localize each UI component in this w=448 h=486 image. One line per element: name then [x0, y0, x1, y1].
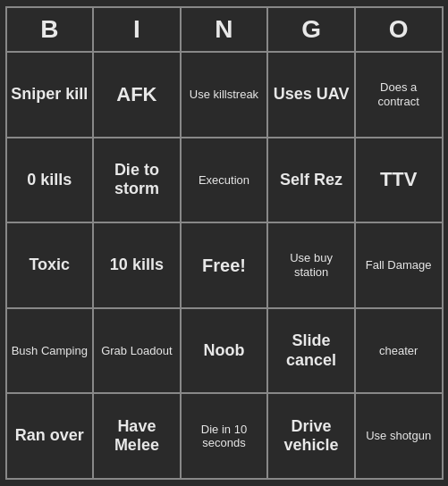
cell-0-4[interactable]: Does a contract — [356, 53, 442, 137]
cell-4-0[interactable]: Ran over — [7, 394, 95, 478]
cell-3-2[interactable]: Noob — [182, 309, 269, 393]
bingo-row: Ran overHave MeleeDie in 10 secondsDrive… — [7, 394, 442, 478]
cell-3-0[interactable]: Bush Camping — [7, 309, 95, 393]
cell-0-1[interactable]: AFK — [94, 53, 182, 137]
header-letter: B — [7, 8, 95, 51]
cell-4-3[interactable]: Drive vehicle — [268, 394, 356, 478]
cell-2-4[interactable]: Fall Damage — [356, 223, 442, 307]
cell-1-0[interactable]: 0 kills — [7, 138, 95, 222]
bingo-row: Bush CampingGrab LoadoutNoobSlide cancel… — [7, 309, 442, 395]
bingo-grid: Sniper killAFKUse killstreakUses UAVDoes… — [7, 53, 442, 478]
cell-0-0[interactable]: Sniper kill — [7, 53, 95, 137]
bingo-row: 0 killsDie to stormExecutionSelf RezTTV — [7, 138, 442, 224]
bingo-header: BINGO — [7, 8, 442, 53]
cell-4-2[interactable]: Die in 10 seconds — [182, 394, 269, 478]
header-letter: G — [268, 8, 356, 51]
cell-2-3[interactable]: Use buy station — [268, 223, 356, 307]
cell-4-1[interactable]: Have Melee — [94, 394, 182, 478]
cell-2-1[interactable]: 10 kills — [94, 223, 182, 307]
cell-3-4[interactable]: cheater — [356, 309, 442, 393]
bingo-card: BINGO Sniper killAFKUse killstreakUses U… — [5, 6, 444, 480]
cell-1-3[interactable]: Self Rez — [268, 138, 356, 222]
cell-2-2[interactable]: Free! — [182, 223, 269, 307]
header-letter: N — [182, 8, 269, 51]
bingo-row: Sniper killAFKUse killstreakUses UAVDoes… — [7, 53, 442, 138]
header-letter: I — [94, 8, 182, 51]
cell-2-0[interactable]: Toxic — [7, 223, 95, 307]
cell-0-3[interactable]: Uses UAV — [268, 53, 356, 137]
cell-0-2[interactable]: Use killstreak — [182, 53, 269, 137]
header-letter: O — [356, 8, 442, 51]
cell-3-3[interactable]: Slide cancel — [268, 309, 356, 393]
cell-3-1[interactable]: Grab Loadout — [94, 309, 182, 393]
cell-4-4[interactable]: Use shotgun — [356, 394, 442, 478]
bingo-row: Toxic10 killsFree!Use buy stationFall Da… — [7, 223, 442, 309]
cell-1-4[interactable]: TTV — [356, 138, 442, 222]
cell-1-1[interactable]: Die to storm — [94, 138, 182, 222]
cell-1-2[interactable]: Execution — [182, 138, 269, 222]
